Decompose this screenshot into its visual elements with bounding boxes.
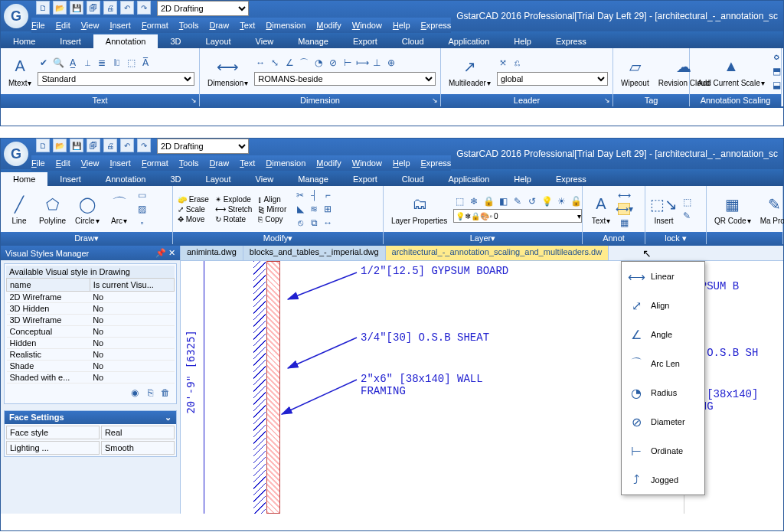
- dim-continue-icon[interactable]: ⟼: [356, 57, 368, 69]
- trim-icon[interactable]: ✂: [294, 189, 306, 201]
- redo-icon[interactable]: ↷: [137, 1, 151, 15]
- anno-table-icon[interactable]: ▦: [618, 217, 630, 229]
- menu-edit[interactable]: Edit: [56, 158, 70, 168]
- lengthen-icon[interactable]: ↔: [322, 217, 334, 229]
- menu-tools[interactable]: Tools: [179, 21, 199, 30]
- layer-prev-icon[interactable]: ↺: [526, 195, 538, 207]
- tab-annotation[interactable]: Annotation: [93, 172, 158, 186]
- workspace-select[interactable]: 2D Drafting: [157, 1, 249, 16]
- menu-dimension[interactable]: Dimension: [266, 21, 305, 30]
- mirror-button[interactable]: ⧎ Mirror: [258, 205, 286, 214]
- menu-text[interactable]: Text: [240, 21, 255, 30]
- menu-express[interactable]: Express: [421, 158, 452, 168]
- block-attr-icon[interactable]: ✎: [681, 210, 693, 222]
- tab-help[interactable]: Help: [501, 172, 544, 186]
- menu-view[interactable]: View: [81, 158, 100, 168]
- tab-insert[interactable]: Insert: [47, 34, 93, 48]
- dim-arc-icon[interactable]: ⌒: [298, 57, 310, 69]
- dim-style-select[interactable]: ROMANS-beside: [254, 72, 436, 86]
- matchprop-button[interactable]: ✎Ma Prop: [757, 192, 784, 227]
- redo-icon[interactable]: ↷: [137, 139, 151, 152]
- tab-annotation[interactable]: Annotation: [93, 34, 158, 48]
- save-icon[interactable]: 💾: [70, 139, 83, 152]
- circle-button[interactable]: ◯Circle ▾: [72, 192, 103, 227]
- dim-baseline-icon[interactable]: ⊥: [371, 57, 383, 69]
- rotate-button[interactable]: ↻ Rotate: [215, 215, 252, 224]
- polyline-button[interactable]: ⬠Polyline: [36, 192, 69, 227]
- file-tab-active[interactable]: architectural_-_annotation_scaling_and_m…: [386, 246, 609, 260]
- dim-arclen[interactable]: ⌒Arc Len: [622, 349, 704, 378]
- textstyle-icon[interactable]: A̲: [67, 57, 79, 69]
- offset-icon[interactable]: ≋: [308, 203, 320, 215]
- tab-export[interactable]: Export: [341, 34, 390, 48]
- menu-modify[interactable]: Modify: [316, 158, 341, 168]
- mtext-button[interactable]: A Mtext ▾: [5, 54, 34, 89]
- table-row[interactable]: 3D WireframeNo: [7, 315, 175, 326]
- menu-format[interactable]: Format: [142, 21, 168, 30]
- align-button[interactable]: ⫿ Align: [258, 195, 286, 204]
- field-icon[interactable]: ⬚: [125, 57, 137, 69]
- layer-match-icon[interactable]: ✎: [511, 195, 524, 207]
- tab-3d[interactable]: 3D: [158, 34, 193, 48]
- addscale-button[interactable]: ▲Add Current Scale ▾: [694, 54, 768, 89]
- copy-button[interactable]: ⎘ Copy: [258, 215, 286, 224]
- dim-angular-icon[interactable]: ∠: [283, 57, 296, 69]
- anno-dim-icon[interactable]: ⟷: [618, 189, 630, 201]
- chamfer-icon[interactable]: ◣: [294, 203, 306, 215]
- col-name[interactable]: name: [7, 279, 90, 292]
- dim-linear[interactable]: ⟷Linear: [622, 262, 704, 291]
- leader-align-icon[interactable]: ⤧: [497, 57, 509, 69]
- spellcheck-icon[interactable]: ✔: [38, 57, 50, 69]
- annoscale-icon3[interactable]: ⬓: [771, 79, 783, 91]
- tab-view[interactable]: View: [243, 172, 286, 186]
- lighting-value[interactable]: Smooth: [101, 441, 175, 455]
- pin-icon[interactable]: 📌: [155, 248, 166, 257]
- menu-tools[interactable]: Tools: [179, 158, 199, 168]
- tab-view[interactable]: View: [243, 34, 286, 48]
- menu-window[interactable]: Window: [352, 158, 382, 168]
- layer-lock-icon[interactable]: 🔒: [482, 195, 495, 207]
- menu-dimension[interactable]: Dimension: [266, 158, 305, 168]
- delete-icon[interactable]: 🗑: [159, 387, 172, 399]
- array-icon[interactable]: ⊞: [322, 203, 334, 215]
- menu-edit[interactable]: Edit: [56, 21, 70, 30]
- dim-linear-icon[interactable]: ↔: [254, 57, 266, 69]
- move-button[interactable]: ✥ Move: [178, 215, 209, 224]
- tab-express[interactable]: Express: [544, 172, 599, 186]
- workspace-select-b[interactable]: 2D Drafting: [157, 139, 249, 154]
- block-create-icon[interactable]: ⬚: [681, 196, 693, 208]
- new-icon[interactable]: 🗋: [36, 1, 50, 15]
- table-row[interactable]: ShadeNo: [7, 361, 175, 372]
- rect-icon[interactable]: ▭: [136, 189, 149, 201]
- dim-ordinate[interactable]: ⊢Ordinate: [622, 436, 704, 465]
- menu-file[interactable]: File: [31, 21, 45, 30]
- saveall-icon[interactable]: 🗐: [87, 1, 100, 15]
- menu-format[interactable]: Format: [142, 158, 168, 168]
- table-row[interactable]: 3D HiddenNo: [7, 303, 175, 315]
- scale-button[interactable]: ⤢ Scale: [178, 205, 209, 214]
- saveall-icon[interactable]: 🗐: [87, 139, 100, 152]
- abc-icon[interactable]: A̅: [139, 57, 152, 69]
- tab-cloud[interactable]: Cloud: [390, 34, 436, 48]
- layerprops-button[interactable]: 🗂Layer Properties: [388, 192, 450, 227]
- menu-window[interactable]: Window: [352, 21, 382, 30]
- dim-diameter[interactable]: ⊘Diameter: [622, 407, 704, 436]
- menu-text[interactable]: Text: [240, 158, 255, 168]
- menu-view[interactable]: View: [81, 21, 100, 30]
- print-icon[interactable]: 🖨: [103, 1, 117, 15]
- line-button[interactable]: ╱Line: [5, 192, 33, 227]
- menu-insert[interactable]: Insert: [109, 21, 131, 30]
- tab-export[interactable]: Export: [341, 172, 390, 186]
- menu-file[interactable]: File: [31, 158, 45, 168]
- dim-align[interactable]: ⤢Align: [622, 291, 704, 320]
- leader-style-select[interactable]: global: [497, 72, 608, 86]
- break-icon[interactable]: ⎋: [294, 217, 306, 229]
- dim-center-icon[interactable]: ⊕: [385, 57, 397, 69]
- leader-collect-icon[interactable]: ⎌: [511, 57, 524, 69]
- layer-unlock-icon[interactable]: 🔓: [570, 195, 582, 207]
- dim-ordinate-icon[interactable]: ⊢: [341, 57, 354, 69]
- tab-cloud[interactable]: Cloud: [390, 172, 436, 186]
- tab-insert[interactable]: Insert: [47, 172, 93, 186]
- tab-application[interactable]: Application: [436, 34, 502, 48]
- layer-on-icon[interactable]: 💡: [541, 195, 553, 207]
